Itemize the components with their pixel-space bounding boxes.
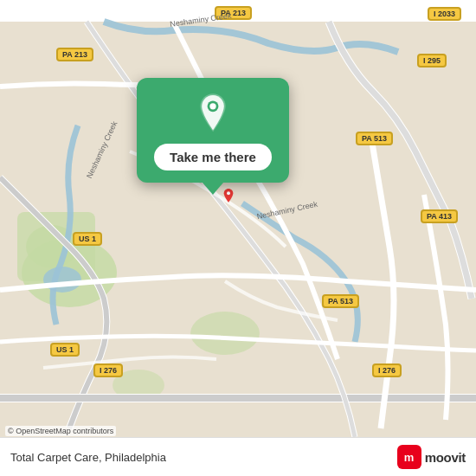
map-pin-bottom [222, 189, 235, 203]
svg-point-9 [209, 103, 215, 109]
map-svg [0, 0, 476, 476]
road-badge-pa413: PA 413 [421, 209, 458, 223]
svg-point-6 [43, 267, 81, 293]
map-container: PA 213 PA 213 I 295 PA 513 PA 413 PA 513… [0, 0, 476, 476]
moovit-logo: m moovit [397, 445, 466, 469]
business-name: Total Carpet Care, Philadelphia [10, 451, 166, 464]
road-badge-us1-bottom: US 1 [50, 343, 80, 357]
moovit-m-icon: m [397, 445, 421, 469]
road-badge-pa213-left: PA 213 [56, 48, 93, 61]
road-badge-i2033: I 2033 [428, 7, 461, 21]
road-badge-pa513-top: PA 513 [356, 132, 393, 145]
road-badge-i276-right: I 276 [372, 363, 402, 377]
svg-point-7 [227, 191, 230, 195]
road-badge-us1-top: US 1 [73, 232, 102, 246]
svg-point-4 [190, 312, 260, 355]
moovit-text: moovit [425, 450, 466, 465]
location-icon [190, 92, 235, 137]
take-me-there-button[interactable]: Take me there [154, 144, 272, 170]
bottom-bar: Total Carpet Care, Philadelphia m moovit [0, 437, 476, 476]
road-badge-i295: I 295 [417, 54, 447, 68]
road-badge-pa213-top: PA 213 [215, 6, 252, 20]
road-badge-pa513-mid: PA 513 [322, 294, 359, 308]
osm-attribution: © OpenStreetMap contributors [5, 426, 116, 436]
road-badge-i276-left: I 276 [93, 363, 123, 377]
popup-card[interactable]: Take me there [137, 78, 289, 183]
